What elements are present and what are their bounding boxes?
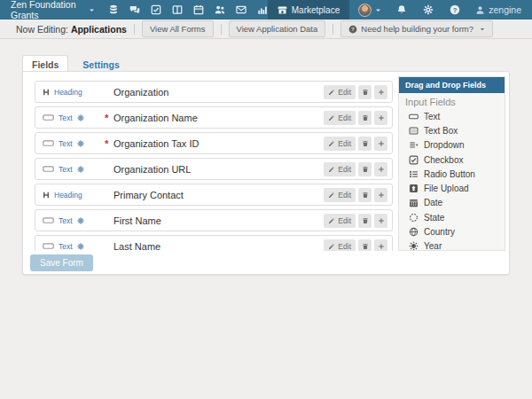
marketplace-label: Marketplace [292, 5, 340, 15]
envelope-icon[interactable] [236, 4, 246, 15]
text-input-icon [409, 112, 419, 121]
caret-down-icon [480, 27, 485, 32]
field-row[interactable]: Heading * Organization Edit [35, 81, 393, 103]
username: zengine [489, 4, 521, 15]
draggable-field-type[interactable]: Country [399, 224, 505, 239]
edit-field-button[interactable]: Edit [324, 85, 356, 99]
delete-field-button[interactable] [358, 137, 372, 151]
text-input-icon [43, 240, 54, 251]
edit-field-button[interactable]: Edit [324, 214, 356, 228]
pencil-icon [328, 166, 335, 173]
database-icon[interactable] [108, 4, 119, 15]
add-field-button[interactable] [374, 137, 387, 151]
field-label-wrap: * First Name [101, 215, 324, 226]
account-menu[interactable] [349, 4, 388, 17]
field-actions: Edit [324, 214, 387, 228]
help-button-label: Need help building your form? [361, 24, 473, 34]
edit-field-button[interactable]: Edit [324, 137, 356, 151]
delete-field-button[interactable] [358, 162, 372, 176]
field-row[interactable]: Text * Organization Name Edit [35, 106, 393, 129]
heading-icon [43, 89, 50, 96]
field-type: Text [43, 163, 101, 175]
edit-field-button[interactable]: Edit [324, 111, 356, 125]
notifications-bell-icon[interactable] [396, 4, 407, 15]
draggable-field-type[interactable]: Dropdown [399, 138, 505, 153]
users-icon[interactable] [215, 4, 225, 15]
field-type-label: Text [59, 242, 73, 251]
delete-field-button[interactable] [358, 239, 372, 252]
drag-drop-sidebar: Drag and Drop Fields Input Fields Text T… [398, 76, 505, 251]
main-content: Fields Settings Heading * Organization E… [0, 39, 532, 399]
view-application-data-button[interactable]: View Application Data [229, 20, 326, 37]
add-field-button[interactable] [374, 214, 387, 228]
field-settings-gear-icon[interactable] [77, 243, 84, 250]
edit-field-button[interactable]: Edit [324, 162, 356, 176]
delete-field-button[interactable] [358, 85, 372, 99]
delete-field-button[interactable] [358, 214, 372, 228]
text-input-icon [43, 215, 54, 226]
field-type-label: Text Box [424, 126, 458, 136]
marketplace-button[interactable]: Marketplace [268, 0, 349, 20]
field-type-label: Checkbox [424, 155, 463, 165]
field-row[interactable]: Text * Organization URL Edit [35, 158, 393, 180]
calendar-icon[interactable] [193, 4, 204, 15]
field-type-label: Text [59, 216, 73, 225]
trash-icon [362, 89, 369, 96]
delete-field-button[interactable] [358, 111, 372, 125]
radio-list-icon [409, 169, 419, 179]
draggable-field-type[interactable]: Text Box [399, 123, 505, 137]
field-type-label: File Upload [424, 184, 469, 193]
draggable-field-type[interactable]: Date [399, 196, 505, 210]
storefront-icon [278, 5, 287, 15]
draggable-field-type[interactable]: File Upload [399, 181, 505, 195]
columns-icon[interactable] [172, 4, 183, 15]
field-row[interactable]: Heading * Primary Contact Edit [35, 184, 393, 206]
bar-chart-icon[interactable] [257, 4, 268, 15]
add-field-button[interactable] [374, 111, 387, 125]
draggable-field-type[interactable]: Year [399, 239, 505, 251]
save-form-button[interactable]: Save Form [30, 254, 93, 271]
field-row[interactable]: Text * Organization Tax ID Edit [35, 132, 393, 154]
form-builder-panel: Heading * Organization Edit Text [22, 71, 510, 275]
field-settings-gear-icon[interactable] [77, 217, 84, 224]
state-icon [409, 213, 419, 223]
add-field-button[interactable] [374, 162, 387, 176]
field-label-wrap: * Organization Tax ID [101, 138, 324, 149]
plus-icon [378, 89, 385, 96]
field-settings-gear-icon[interactable] [77, 114, 84, 121]
check-square-icon[interactable] [151, 4, 161, 15]
field-row[interactable]: Text * Last Name Edit [35, 235, 393, 251]
current-form-name: Applications [71, 24, 127, 35]
country-icon [409, 227, 419, 237]
trash-icon [362, 166, 369, 173]
workspace-menu[interactable]: Zen Foundation Grants [0, 0, 106, 20]
edit-field-button[interactable]: Edit [324, 239, 356, 252]
chat-icon[interactable] [129, 4, 140, 15]
field-settings-gear-icon[interactable] [77, 140, 84, 147]
draggable-field-type[interactable]: State [399, 210, 505, 224]
edit-label: Edit [338, 165, 351, 174]
add-field-button[interactable] [374, 85, 387, 99]
field-type: Text [43, 215, 101, 226]
delete-field-button[interactable] [358, 188, 372, 202]
pencil-icon [328, 89, 335, 96]
draggable-field-type[interactable]: Radio Button [399, 167, 505, 181]
trash-icon [362, 140, 369, 147]
draggable-field-type[interactable]: Checkbox [399, 153, 505, 167]
field-actions: Edit [324, 137, 387, 151]
pencil-icon [328, 114, 335, 121]
view-all-forms-button[interactable]: View All Forms [142, 20, 214, 37]
edit-field-button[interactable]: Edit [324, 188, 356, 202]
add-field-button[interactable] [374, 239, 387, 252]
user-menu[interactable]: zengine [468, 4, 532, 15]
field-actions: Edit [324, 188, 387, 202]
settings-gear-icon[interactable] [423, 4, 434, 15]
add-field-button[interactable] [374, 188, 387, 202]
top-navbar: Zen Foundation Grants Marketplace ? zeng… [0, 0, 532, 20]
field-settings-gear-icon[interactable] [77, 166, 84, 173]
draggable-field-type[interactable]: Text [399, 109, 505, 123]
help-dropdown-button[interactable]: ? Need help building your form? [340, 20, 493, 37]
help-question-icon[interactable]: ? [450, 4, 460, 15]
field-row[interactable]: Text * First Name Edit [35, 209, 393, 231]
field-type-label: Heading [54, 191, 82, 200]
